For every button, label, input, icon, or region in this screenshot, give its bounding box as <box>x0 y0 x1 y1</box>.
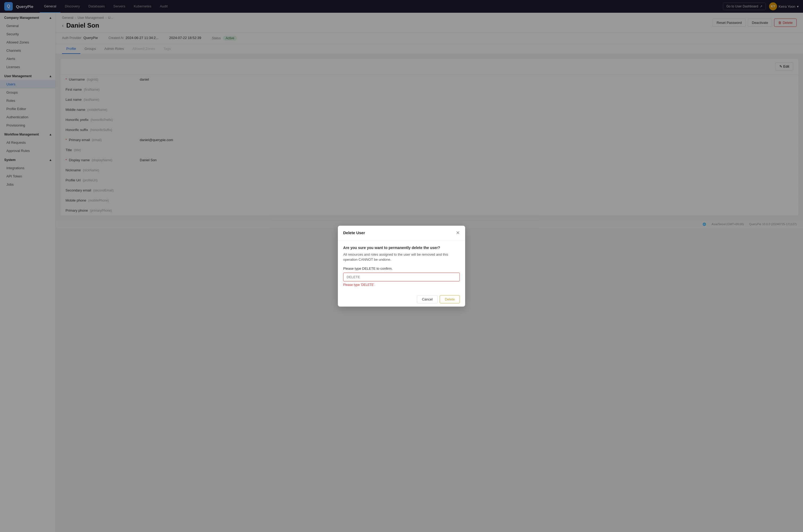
modal-warning-text: All resources and roles assigned to the … <box>343 252 460 262</box>
modal-error-text: Please type 'DELETE'. <box>343 283 460 287</box>
modal-footer: Cancel Delete <box>338 292 465 307</box>
modal-cancel-button[interactable]: Cancel <box>417 295 438 303</box>
modal-overlay: Delete User ✕ Are you sure you want to p… <box>0 0 803 532</box>
modal-close-button[interactable]: ✕ <box>456 230 460 236</box>
delete-user-modal: Delete User ✕ Are you sure you want to p… <box>338 226 465 307</box>
delete-confirm-input[interactable] <box>343 273 460 281</box>
modal-header: Delete User ✕ <box>338 226 465 240</box>
modal-body: Are you sure you want to permanently del… <box>338 240 465 292</box>
modal-confirm-label: Please type DELETE to confirm. <box>343 267 460 270</box>
modal-warning-title: Are you sure you want to permanently del… <box>343 246 460 250</box>
modal-title: Delete User <box>343 230 365 235</box>
modal-delete-button[interactable]: Delete <box>440 295 460 303</box>
